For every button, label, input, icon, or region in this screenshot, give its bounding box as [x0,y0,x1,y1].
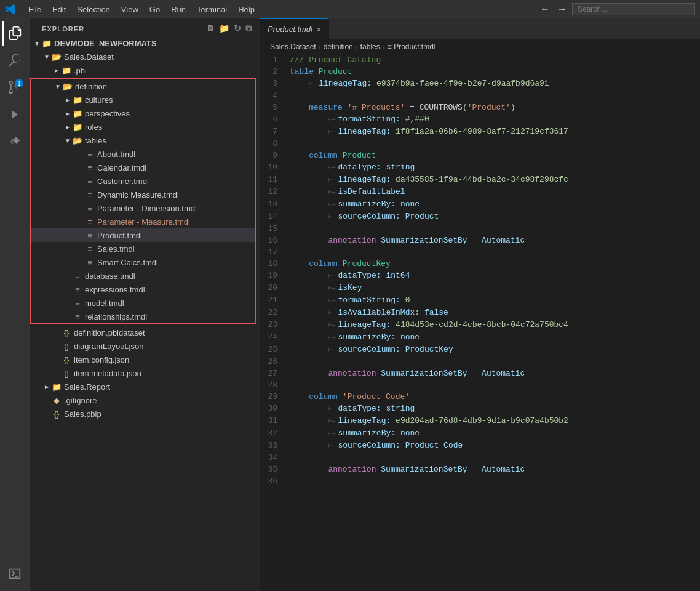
code-line-10: 10 ⊢—dataType: string [260,161,700,174]
sidebar-item-definition-pbidataset[interactable]: {} definition.pbidataset [30,326,260,339]
refresh-icon[interactable]: ↻ [234,23,242,34]
database-tmdl-label: database.tmdl [82,271,135,281]
cultures-label: cultures [82,95,113,105]
code-line-35: 35 annotation SummarizationSetBy = Autom… [260,464,700,475]
activity-extensions[interactable] [2,129,27,154]
code-line-14: 14 ⊢—sourceColumn: Product [260,211,700,223]
sidebar-item-item-metadata[interactable]: {} item.metadata.json [30,366,260,380]
breadcrumb-part-3[interactable]: tables [360,42,380,51]
sidebar-header-icons: 🗎 📁 ↻ ⧉ [206,23,252,34]
code-line-30: 30 ⊢—dataType: string [260,403,700,415]
editor-area: Product.tmdl × Sales.Dataset › definitio… [260,18,700,591]
activity-run[interactable] [2,102,27,127]
sidebar-item-model-tmdl[interactable]: ≡ model.tmdl [31,296,255,310]
sidebar-item-param-measure-tmdl[interactable]: ≡ Parameter - Measure.tmdl [31,215,255,228]
sidebar-item-item-config[interactable]: {} item.config.json [30,353,260,366]
sidebar-item-expressions-tmdl[interactable]: ≡ expressions.tmdl [31,283,255,296]
sidebar-item-diagram-layout[interactable]: {} diagramLayout.json [30,339,260,353]
cultures-arrow: ► [63,95,73,105]
sidebar-root-folder[interactable]: ▼ 📁 DEVMODE_NEWFORMATS [30,36,260,50]
sidebar-item-product-tmdl[interactable]: ≡ Product.tmdl [31,228,255,242]
sidebar-item-customer-tmdl[interactable]: ≡ Customer.tmdl [31,174,255,188]
activity-terminal[interactable] [2,561,27,586]
breadcrumb-part-2[interactable]: definition [324,42,353,51]
code-line-26: 26 [260,356,700,368]
tab-product-tmdl[interactable]: Product.tmdl × [260,18,329,39]
sidebar-item-dynamic-measure-tmdl[interactable]: ≡ Dynamic Measure.tmdl [31,188,255,201]
breadcrumb: Sales.Dataset › definition › tables › ≡ … [260,40,700,54]
no-arrow8 [75,244,85,254]
perspectives-arrow: ► [63,108,73,118]
json-curly-icon-config: {} [62,355,71,364]
breadcrumb-part-4: ≡ Product.tmdl [388,42,436,51]
forward-button[interactable]: → [555,4,570,15]
code-editor[interactable]: 1 /// Product Catalog 2 table Product 3 … [260,54,700,591]
tables-label: tables [82,136,106,145]
nav-buttons: ← → [538,3,695,15]
sidebar-item-smart-calcs-tmdl[interactable]: ≡ Smart Calcs.tmdl [31,255,255,269]
folder-icon-roles: 📁 [73,122,82,132]
code-line-13: 13 ⊢—summarizeBy: none [260,198,700,211]
menu-go[interactable]: Go [145,4,165,15]
menu-edit[interactable]: Edit [47,4,71,15]
sidebar-item-roles[interactable]: ► 📁 roles [31,120,255,134]
sales-report-label: Sales.Report [62,382,110,392]
folder-icon-definition: 📂 [63,81,73,91]
sidebar-item-about-tmdl[interactable]: ≡ About.tmdl [31,147,255,161]
sidebar-title: EXPLORER [42,25,84,33]
sidebar-item-definition[interactable]: ▼ 📂 definition [31,79,255,93]
no-arrow2 [75,163,85,172]
tmdl-sales-icon: ≡ [85,244,95,254]
menu-run[interactable]: Run [166,4,191,15]
sidebar-item-sales-dataset[interactable]: ▼ 📂 Sales.Dataset [30,50,260,63]
breadcrumb-sep-3: › [383,42,385,51]
sidebar-item-sales-report[interactable]: ► 📁 Sales.Report [30,380,260,393]
activity-explorer[interactable] [2,21,27,46]
menu-view[interactable]: View [116,4,143,15]
sidebar-item-pbi[interactable]: ► 📁 .pbi [30,63,260,77]
diamond-icon: ◆ [52,395,62,405]
menu-selection[interactable]: Selection [72,4,114,15]
code-line-24: 24 ⊢—summarizeBy: none [260,331,700,344]
sidebar-item-cultures[interactable]: ► 📁 cultures [31,93,255,107]
sidebar-item-param-dim-tmdl[interactable]: ≡ Parameter - Dimension.tmdl [31,201,255,215]
sidebar-item-tables[interactable]: ▼ 📂 tables [31,134,255,147]
sidebar-item-sales-pbip[interactable]: {} Sales.pbip [30,407,260,420]
activity-search[interactable] [2,48,27,73]
sidebar-item-calendar-tmdl[interactable]: ≡ Calendar.tmdl [31,161,255,174]
item-metadata-label: item.metadata.json [71,369,141,378]
new-file-icon[interactable]: 🗎 [206,23,215,34]
breadcrumb-part-1[interactable]: Sales.Dataset [270,42,316,51]
search-input[interactable] [572,3,695,15]
sidebar-item-perspectives[interactable]: ► 📁 perspectives [31,107,255,120]
code-line-27: 27 annotation SummarizationSetBy = Autom… [260,368,700,379]
sidebar-item-relationships-tmdl[interactable]: ≡ relationships.tmdl [31,310,255,323]
sidebar-item-sales-tmdl[interactable]: ≡ Sales.tmdl [31,242,255,255]
collapse-icon[interactable]: ⧉ [245,23,252,34]
code-line-1: 1 /// Product Catalog [260,54,700,66]
menu-terminal[interactable]: Terminal [192,4,232,15]
code-line-21: 21 ⊢—formatString: 0 [260,294,700,307]
folder-icon: 📁 [42,38,52,48]
no-arrow3 [75,176,85,186]
code-line-3: 3 ⊢—lineageTag: e9374b9a-faee-4f9e-b2e7-… [260,78,700,90]
back-button[interactable]: ← [538,4,552,15]
definition-box: ▼ 📂 definition ► 📁 cultures ► 📁 perspect… [30,78,256,324]
definition-label: definition [73,82,107,91]
code-line-23: 23 ⊢—lineageTag: 4184d53e-cd2d-4cbe-8bcb… [260,319,700,331]
menu-help[interactable]: Help [233,4,260,15]
tab-label: Product.tmdl [268,25,312,34]
code-line-29: 29 column 'Product Code' [260,391,700,403]
sidebar-item-database-tmdl[interactable]: ≡ database.tmdl [31,269,255,283]
menu-file[interactable]: File [23,4,46,15]
tab-close-button[interactable]: × [316,25,321,34]
folder-icon-cultures: 📁 [73,95,82,105]
code-line-36: 36 [260,475,700,487]
new-folder-icon[interactable]: 📁 [219,23,230,34]
no-arrowF [42,409,52,419]
activity-source-control[interactable]: 1 [2,75,27,100]
main-layout: 1 EXPLORER 🗎 📁 ↻ ⧉ ▼ 📁 DE [0,18,700,591]
definition-pbidataset-label: definition.pbidataset [71,328,145,337]
sidebar-item-gitignore[interactable]: ◆ .gitignore [30,393,260,407]
tmdl-param-dim-icon: ≡ [85,203,95,213]
